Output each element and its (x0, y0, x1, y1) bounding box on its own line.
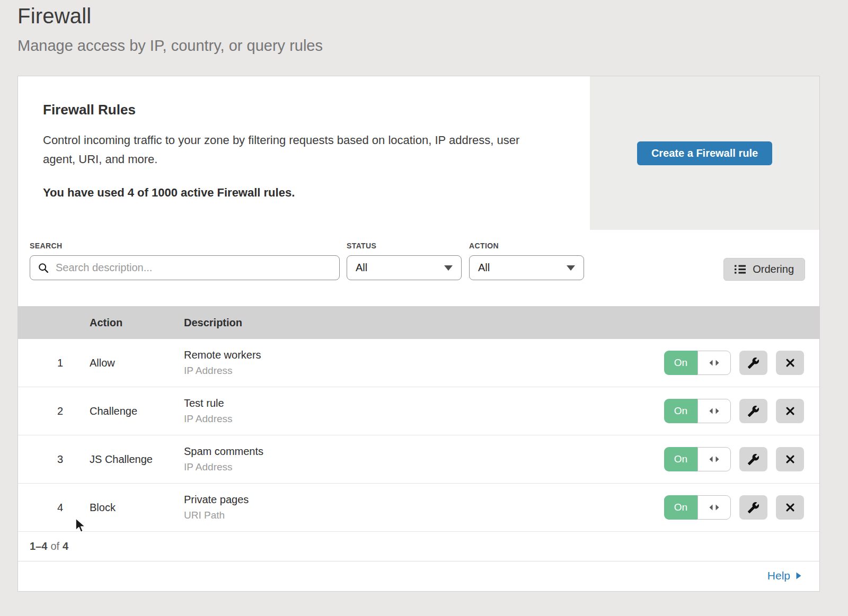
action-column-header: Action (90, 317, 184, 329)
rule-number: 4 (18, 502, 90, 514)
rule-enabled-toggle[interactable]: On (664, 351, 731, 375)
delete-rule-button[interactable] (776, 399, 804, 423)
toggle-arrows-icon (697, 495, 731, 520)
toggle-arrows-icon (697, 351, 731, 375)
table-header: Action Description (18, 306, 819, 339)
action-field: ACTION All (469, 242, 584, 280)
ordered-list-icon (735, 264, 746, 274)
ordering-button[interactable]: Ordering (723, 258, 805, 281)
card-title: Firewall Rules (43, 102, 590, 118)
create-firewall-rule-button[interactable]: Create a Firewall rule (637, 141, 772, 165)
panel-footer: Help (18, 561, 819, 590)
filter-bar: SEARCH STATUS All ACTION All (18, 230, 819, 306)
firewall-rules-card: Firewall Rules Control incoming traffic … (18, 76, 819, 230)
status-select[interactable]: All (347, 255, 462, 280)
rule-action: Block (90, 502, 184, 514)
rules-usage-text: You have used 4 of 1000 active Firewall … (43, 186, 590, 200)
pagination-of-label: of (50, 540, 59, 552)
delete-rule-button[interactable] (776, 447, 804, 471)
close-icon (784, 357, 796, 369)
table-row: 3 JS Challenge Spam comments IP Address … (18, 435, 819, 484)
rule-number: 2 (18, 405, 90, 417)
search-input[interactable] (55, 261, 339, 274)
close-icon (784, 453, 796, 465)
table-row: 1 Allow Remote workers IP Address On (18, 339, 819, 387)
toggle-on-label: On (664, 351, 697, 375)
status-label: STATUS (347, 242, 462, 250)
edit-rule-button[interactable] (739, 399, 767, 423)
row-controls: On (664, 495, 804, 520)
wrench-icon (747, 453, 759, 466)
toggle-on-label: On (664, 495, 697, 520)
edit-rule-button[interactable] (739, 351, 767, 375)
wrench-icon (747, 357, 759, 369)
status-field: STATUS All (347, 242, 462, 280)
rule-action: JS Challenge (90, 453, 184, 466)
rule-number: 3 (18, 453, 90, 466)
page-title: Firewall (17, 4, 323, 28)
row-controls: On (664, 447, 804, 471)
toggle-arrows-icon (697, 447, 731, 471)
firewall-panel: Firewall Rules Control incoming traffic … (17, 76, 820, 592)
ordering-button-label: Ordering (753, 263, 794, 275)
table-row: 4 Block Private pages URI Path On (18, 484, 819, 532)
row-controls: On (664, 399, 804, 423)
action-select[interactable]: All (469, 255, 584, 280)
action-selected-value: All (478, 262, 490, 274)
pagination-range: 1–4 (30, 540, 47, 552)
delete-rule-button[interactable] (776, 351, 804, 375)
toggle-on-label: On (664, 447, 697, 471)
rule-action: Challenge (90, 405, 184, 417)
page-subtitle: Manage access by IP, country, or query r… (17, 37, 323, 55)
pagination-total: 4 (63, 540, 68, 552)
rule-enabled-toggle[interactable]: On (664, 399, 731, 423)
help-link-label: Help (767, 569, 790, 582)
create-rule-area: Create a Firewall rule (590, 76, 819, 230)
table-row: 2 Challenge Test rule IP Address On (18, 387, 819, 435)
toggle-on-label: On (664, 399, 697, 423)
close-icon (784, 405, 796, 417)
row-controls: On (664, 351, 804, 375)
status-selected-value: All (356, 262, 367, 274)
rule-number: 1 (18, 357, 90, 369)
search-input-wrapper (30, 255, 340, 280)
rule-enabled-toggle[interactable]: On (664, 495, 731, 520)
search-icon (38, 262, 49, 274)
chevron-down-icon (444, 265, 453, 271)
wrench-icon (747, 502, 759, 514)
search-field: SEARCH (30, 242, 340, 280)
chevron-down-icon (567, 265, 575, 271)
help-link[interactable]: Help (767, 569, 802, 582)
edit-rule-button[interactable] (739, 495, 767, 520)
delete-rule-button[interactable] (776, 495, 804, 520)
wrench-icon (747, 405, 759, 417)
edit-rule-button[interactable] (739, 447, 767, 471)
search-label: SEARCH (30, 242, 340, 250)
triangle-right-icon (795, 572, 802, 580)
description-column-header: Description (184, 317, 819, 329)
toggle-arrows-icon (697, 399, 731, 423)
pagination: 1–4 of 4 (18, 532, 819, 561)
close-icon (784, 502, 796, 513)
action-label: ACTION (469, 242, 584, 250)
firewall-rules-info: Firewall Rules Control incoming traffic … (18, 76, 590, 200)
card-description: Control incoming traffic to your zone by… (43, 131, 546, 169)
rule-action: Allow (90, 357, 184, 369)
rule-enabled-toggle[interactable]: On (664, 447, 731, 471)
page-header: Firewall Manage access by IP, country, o… (17, 4, 323, 55)
